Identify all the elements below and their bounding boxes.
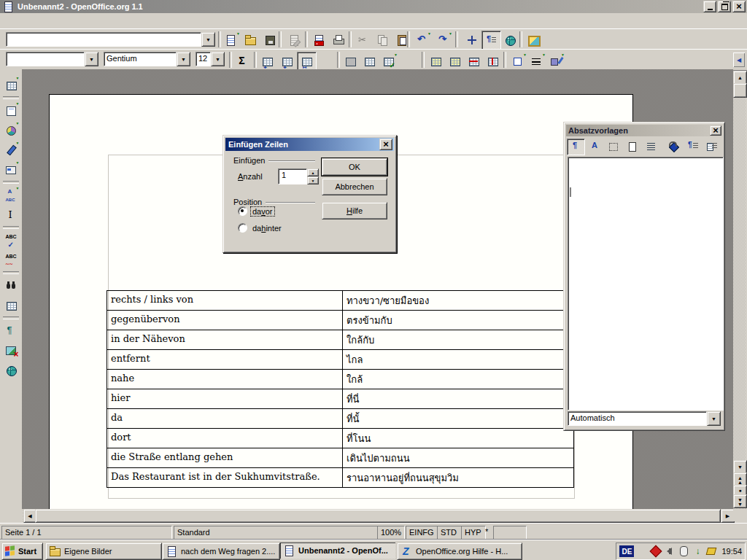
table-cell-german[interactable]: in der Nähevon bbox=[107, 330, 343, 349]
table-cell-thai[interactable]: ที่นี่ bbox=[343, 389, 573, 408]
table-cell-german[interactable]: die Straße entlang gehen bbox=[107, 448, 343, 467]
oo-quickstarter-icon[interactable] bbox=[636, 545, 648, 557]
menu-item[interactable] bbox=[61, 20, 71, 23]
spellcheck-icon[interactable] bbox=[1, 230, 21, 250]
style-item[interactable] bbox=[570, 282, 571, 292]
restore-icon[interactable] bbox=[718, 1, 731, 12]
paragraph-styles-icon[interactable] bbox=[567, 139, 585, 155]
split-cells-icon[interactable] bbox=[277, 52, 297, 71]
sum-icon[interactable]: Σ bbox=[232, 51, 252, 70]
table-cell-german[interactable]: dort bbox=[107, 429, 343, 448]
draw-functions-icon[interactable] bbox=[1, 140, 21, 160]
menu-item[interactable] bbox=[10, 20, 20, 23]
next-page-icon[interactable]: ▼▼ bbox=[733, 494, 747, 508]
style-list[interactable] bbox=[568, 157, 724, 411]
style-item[interactable] bbox=[570, 235, 571, 244]
help-button[interactable]: Hilfe bbox=[322, 202, 387, 219]
anzahl-value[interactable]: 1 bbox=[278, 168, 307, 184]
cancel-button[interactable]: Abbrechen bbox=[322, 178, 387, 195]
table-background-icon[interactable] bbox=[341, 52, 360, 71]
dialog-close-icon[interactable] bbox=[379, 139, 392, 150]
find-replace-icon[interactable] bbox=[1, 276, 21, 295]
style-item[interactable] bbox=[570, 301, 571, 311]
graphics-on-off-icon[interactable] bbox=[1, 341, 21, 360]
status-insert-mode[interactable]: EINFG bbox=[406, 526, 438, 540]
antivir-icon[interactable] bbox=[650, 545, 662, 557]
page-styles-icon[interactable] bbox=[624, 139, 642, 155]
table-cell-thai[interactable]: ที่นั้ bbox=[343, 409, 573, 428]
save-document-icon[interactable] bbox=[260, 31, 280, 50]
style-item[interactable] bbox=[570, 263, 571, 273]
auto-spellcheck-icon[interactable] bbox=[1, 250, 21, 270]
style-item[interactable] bbox=[570, 254, 571, 263]
radio-dot-icon[interactable] bbox=[238, 206, 247, 216]
table-row[interactable]: Das Restaurant ist in der Sukhumvitstraß… bbox=[107, 468, 573, 488]
new-style-from-selection-icon[interactable] bbox=[684, 139, 703, 155]
ok-button[interactable]: OK bbox=[322, 158, 387, 176]
menu-item[interactable] bbox=[51, 20, 61, 23]
stylist-close-icon[interactable] bbox=[710, 125, 721, 136]
undo-icon[interactable] bbox=[412, 31, 432, 50]
menu-item[interactable] bbox=[20, 20, 31, 23]
status-zoom[interactable]: 100% bbox=[377, 526, 405, 540]
style-item[interactable] bbox=[570, 273, 571, 282]
table-row[interactable]: da ที่นั้ bbox=[107, 409, 573, 429]
style-item[interactable] bbox=[570, 216, 571, 225]
line-style-icon[interactable] bbox=[527, 52, 546, 71]
status-selection-mode[interactable]: STD bbox=[437, 526, 462, 540]
task-button[interactable]: Eigene Bilder bbox=[45, 542, 162, 560]
style-dropdown-icon[interactable] bbox=[85, 52, 98, 66]
insert-column-icon[interactable] bbox=[445, 52, 465, 71]
menu-item[interactable] bbox=[71, 20, 82, 23]
task-button[interactable]: nach dem Weg fragen 2.... bbox=[162, 542, 280, 560]
update-icon[interactable] bbox=[692, 545, 703, 557]
style-item[interactable] bbox=[570, 225, 571, 235]
menu-item[interactable] bbox=[31, 20, 41, 23]
delete-column-icon[interactable] bbox=[483, 52, 503, 71]
style-filter-combobox[interactable]: Automatisch bbox=[568, 411, 721, 426]
start-button[interactable]: Start bbox=[1, 542, 43, 560]
table-cell-thai[interactable]: เดินไปตามถนน bbox=[343, 448, 573, 467]
task-button[interactable]: OpenOffice.org Hilfe - H... bbox=[397, 542, 522, 560]
table-cell-thai[interactable]: ตรงข้ามกับ bbox=[343, 311, 573, 330]
font-dropdown-icon[interactable] bbox=[177, 52, 190, 66]
autotext-icon[interactable] bbox=[1, 185, 21, 205]
menu-item[interactable] bbox=[0, 20, 10, 23]
url-field[interactable] bbox=[6, 32, 201, 47]
url-dropdown-icon[interactable] bbox=[201, 32, 215, 47]
menu-item[interactable] bbox=[41, 20, 51, 23]
insert-frame-icon[interactable] bbox=[1, 101, 21, 120]
antivir-update-icon[interactable] bbox=[705, 545, 717, 557]
character-styles-icon[interactable] bbox=[586, 139, 604, 155]
data-sources-icon[interactable] bbox=[1, 295, 21, 315]
table-cell-german[interactable]: nahe bbox=[107, 370, 343, 389]
hyperlink-dialog-icon[interactable] bbox=[500, 31, 520, 50]
split-vertical-icon[interactable] bbox=[297, 52, 317, 71]
url-combobox[interactable] bbox=[6, 32, 215, 47]
table-row[interactable]: die Straße entlang gehen เดินไปตามถนน bbox=[107, 448, 573, 468]
font-name-combobox[interactable]: Gentium bbox=[104, 52, 190, 66]
style-item[interactable] bbox=[570, 197, 571, 206]
insert-object-icon[interactable] bbox=[1, 120, 21, 140]
table-borders-icon[interactable] bbox=[360, 52, 379, 71]
style-item[interactable] bbox=[570, 178, 571, 187]
style-item[interactable] bbox=[570, 206, 571, 216]
export-pdf-icon[interactable] bbox=[309, 31, 329, 50]
horizontal-scroll-thumb[interactable] bbox=[35, 509, 721, 523]
border-color-icon[interactable] bbox=[546, 52, 565, 71]
new-document-icon[interactable] bbox=[221, 31, 241, 50]
table-cell-thai[interactable]: ที่โนน bbox=[343, 429, 573, 448]
filter-dropdown-icon[interactable] bbox=[707, 411, 721, 426]
update-style-icon[interactable] bbox=[703, 139, 721, 155]
gallery-icon[interactable] bbox=[524, 31, 543, 50]
table-row[interactable]: nahe ใกล้ bbox=[107, 370, 573, 389]
size-dropdown-icon[interactable] bbox=[211, 52, 225, 66]
stylist-panel[interactable]: Absatzvorlagen Automatisch bbox=[563, 122, 725, 431]
spin-up-icon[interactable]: ▲ bbox=[307, 168, 319, 176]
table-cell-german[interactable]: gegenübervon bbox=[107, 311, 343, 330]
direct-cursor-icon[interactable] bbox=[1, 205, 21, 225]
stylist-icon[interactable] bbox=[481, 31, 501, 50]
radio-davor[interactable]: davor bbox=[238, 206, 274, 216]
font-size-combobox[interactable]: 12 bbox=[196, 52, 225, 66]
table-cell-thai[interactable]: ไกล bbox=[343, 350, 573, 369]
